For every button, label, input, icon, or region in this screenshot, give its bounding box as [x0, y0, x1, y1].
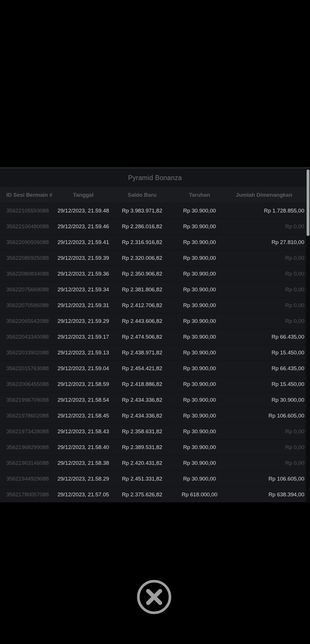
new-balance-cell: Rp 2.316.916,82 — [112, 239, 172, 245]
new-balance-cell: Rp 2.451.331,82 — [112, 476, 172, 482]
date-cell: 29/12/2023, 21.59.31 — [55, 302, 112, 309]
session-id-cell: 35621968299088 — [0, 444, 55, 450]
column-header-bet: Taruhan — [172, 192, 227, 198]
date-cell: 29/12/2023, 21.59.39 — [55, 255, 112, 261]
date-cell: 29/12/2023, 21.59.29 — [55, 318, 112, 324]
new-balance-cell: Rp 2.389.531,82 — [112, 444, 172, 450]
new-balance-cell: Rp 2.286.016,82 — [112, 223, 172, 230]
modal-title-bar: Pyramid Bonanza — [0, 169, 310, 187]
date-cell: 29/12/2023, 21.57.05 — [55, 491, 112, 498]
date-cell: 29/12/2023, 21.59.46 — [55, 223, 112, 230]
table-row: 35622080834088 29/12/2023, 21.59.36 Rp 2… — [0, 266, 310, 282]
new-balance-cell: Rp 2.358.631,82 — [112, 428, 172, 435]
session-id-cell: 35622043340088 — [0, 334, 55, 340]
amount-won-cell: Rp 0,00 — [227, 460, 310, 466]
bet-cell: Rp 30.900,00 — [172, 428, 227, 435]
scrollbar-track[interactable] — [306, 169, 310, 502]
amount-won-cell: Rp 0,00 — [227, 444, 310, 450]
session-id-cell: 35621996709088 — [0, 397, 55, 403]
table-row: 35622006455088 29/12/2023, 21.58.59 Rp 2… — [0, 376, 310, 392]
new-balance-cell: Rp 2.443.606,82 — [112, 318, 172, 324]
amount-won-cell: Rp 106.605,00 — [227, 476, 310, 482]
date-cell: 29/12/2023, 21.59.41 — [55, 239, 112, 245]
table-row: 35622065542088 29/12/2023, 21.59.29 Rp 2… — [0, 313, 310, 329]
amount-won-cell: Rp 0,00 — [227, 223, 310, 230]
bet-cell: Rp 30.900,00 — [172, 239, 227, 245]
amount-won-cell: Rp 27.810,00 — [227, 239, 310, 245]
new-balance-cell: Rp 2.474.506,82 — [112, 334, 172, 340]
bet-cell: Rp 30.900,00 — [172, 365, 227, 372]
date-cell: 29/12/2023, 21.58.40 — [55, 444, 112, 450]
table-row: 35621978602088 29/12/2023, 21.58.45 Rp 2… — [0, 408, 310, 424]
bet-cell: Rp 30.900,00 — [172, 334, 227, 340]
session-id-cell: 35621973428088 — [0, 428, 55, 435]
session-id-cell: 35622006455088 — [0, 381, 55, 387]
new-balance-cell: Rp 2.375.626,82 — [112, 491, 172, 498]
table-row: 35621968299088 29/12/2023, 21.58.40 Rp 2… — [0, 439, 310, 455]
amount-won-cell: Rp 0,00 — [227, 271, 310, 277]
table-row: 35622015763088 29/12/2023, 21.59.04 Rp 2… — [0, 360, 310, 376]
bet-cell: Rp 30.900,00 — [172, 271, 227, 277]
amount-won-cell: Rp 30.900,00 — [227, 397, 310, 403]
table-row: 35622070595088 29/12/2023, 21.59.31 Rp 2… — [0, 297, 310, 313]
session-id-cell: 35621978602088 — [0, 413, 55, 419]
session-id-cell: 35622070595088 — [0, 302, 55, 309]
new-balance-cell: Rp 2.320.006,82 — [112, 255, 172, 261]
session-id-cell: 35622105593088 — [0, 208, 55, 214]
amount-won-cell: Rp 66.435,00 — [227, 365, 310, 372]
bet-cell: Rp 30.900,00 — [172, 413, 227, 419]
amount-won-cell: Rp 0,00 — [227, 428, 310, 435]
bet-cell: Rp 30.900,00 — [172, 350, 227, 356]
amount-won-cell: Rp 66.435,00 — [227, 334, 310, 340]
session-id-cell: 35622090926088 — [0, 239, 55, 245]
date-cell: 29/12/2023, 21.59.48 — [55, 208, 112, 214]
amount-won-cell: Rp 0,00 — [227, 302, 310, 309]
amount-won-cell: Rp 106.605,00 — [227, 413, 310, 419]
amount-won-cell: Rp 15.450,00 — [227, 350, 310, 356]
session-id-cell: 35622033902088 — [0, 350, 55, 356]
date-cell: 29/12/2023, 21.58.54 — [55, 397, 112, 403]
date-cell: 29/12/2023, 21.58.38 — [55, 460, 112, 466]
table-row: 35621944929088 29/12/2023, 21.58.29 Rp 2… — [0, 471, 310, 487]
date-cell: 29/12/2023, 21.59.17 — [55, 334, 112, 340]
bet-cell: Rp 30.900,00 — [172, 397, 227, 403]
date-cell: 29/12/2023, 21.59.34 — [55, 286, 112, 293]
table-row: 35621780057088 29/12/2023, 21.57.05 Rp 2… — [0, 487, 310, 502]
bet-cell: Rp 30.900,00 — [172, 208, 227, 214]
new-balance-cell: Rp 2.412.706,82 — [112, 302, 172, 309]
date-cell: 29/12/2023, 21.58.45 — [55, 413, 112, 419]
date-cell: 29/12/2023, 21.58.59 — [55, 381, 112, 387]
new-balance-cell: Rp 2.434.336,82 — [112, 413, 172, 419]
close-button[interactable] — [136, 579, 173, 615]
new-balance-cell: Rp 3.983.971,82 — [112, 208, 172, 214]
table-body: 35622105593088 29/12/2023, 21.59.48 Rp 3… — [0, 203, 310, 502]
new-balance-cell: Rp 2.420.431,82 — [112, 460, 172, 466]
session-id-cell: 35621963146088 — [0, 460, 55, 466]
date-cell: 29/12/2023, 21.58.43 — [55, 428, 112, 435]
amount-won-cell: Rp 1.728.855,00 — [227, 208, 310, 214]
column-header-amount-won: Jumlah Dimenangkan — [227, 192, 310, 198]
table-row: 35622105593088 29/12/2023, 21.59.48 Rp 3… — [0, 203, 310, 218]
bet-cell: Rp 30.900,00 — [172, 286, 227, 293]
bet-cell: Rp 30.900,00 — [172, 444, 227, 450]
bet-cell: Rp 30.900,00 — [172, 255, 227, 261]
new-balance-cell: Rp 2.438.971,82 — [112, 350, 172, 356]
scrollbar-thumb[interactable] — [307, 169, 309, 236]
table-row: 35621996709088 29/12/2023, 21.58.54 Rp 2… — [0, 392, 310, 408]
amount-won-cell: Rp 638.394,00 — [227, 491, 310, 498]
session-id-cell: 35622075669088 — [0, 286, 55, 293]
table-row: 35622100480088 29/12/2023, 21.59.46 Rp 2… — [0, 218, 310, 234]
amount-won-cell: Rp 0,00 — [227, 286, 310, 293]
bet-cell: Rp 30.900,00 — [172, 318, 227, 324]
column-header-date: Tanggal — [55, 192, 112, 198]
table-row: 35622043340088 29/12/2023, 21.59.17 Rp 2… — [0, 329, 310, 345]
bet-cell: Rp 30.900,00 — [172, 460, 227, 466]
game-title: Pyramid Bonanza — [128, 174, 182, 182]
session-id-cell: 35622015763088 — [0, 365, 55, 372]
game-history-modal: Pyramid Bonanza ID Sesi Bermain # Tangga… — [0, 167, 310, 502]
bet-cell: Rp 30.900,00 — [172, 381, 227, 387]
bet-cell: Rp 30.900,00 — [172, 223, 227, 230]
new-balance-cell: Rp 2.454.421,82 — [112, 365, 172, 372]
table-row: 35622075669088 29/12/2023, 21.59.34 Rp 2… — [0, 282, 310, 297]
date-cell: 29/12/2023, 21.58.29 — [55, 476, 112, 482]
